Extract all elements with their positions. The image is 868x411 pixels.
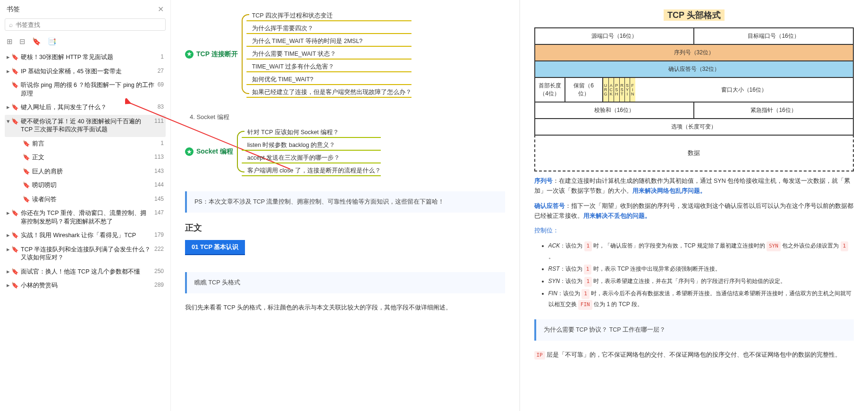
tcp-header-table: 源端口号（16位）目标端口号（16位） 序列号（32位） 确认应答号（32位） … bbox=[534, 27, 854, 136]
question-box: 为什么需要 TCP 协议？ TCP 工作在哪一层？ bbox=[534, 319, 854, 341]
cell: 序列号（32位） bbox=[535, 45, 853, 60]
def-ack: 确认应答号：指下一次「期望」收到的数据的序列号，发送端收到这个确认应答以后可以认… bbox=[534, 201, 854, 222]
bookmark-sidebar: 书签 ✕ ⌕ ⊞ ⊟ 🔖 📑 ▸🔖硬核！30张图解 HTTP 常见面试题1▸🔖I… bbox=[0, 0, 171, 411]
bookmark-item[interactable]: 🔖读者问答145 bbox=[5, 193, 166, 207]
cell: 紧急指针（16位） bbox=[693, 103, 853, 118]
flag-cell: RST bbox=[619, 78, 625, 102]
bookmark-item[interactable]: ▸🔖你还在为 TCP 重传、滑动窗口、流量控制、拥塞控制发愁吗？看完图解就不愁了… bbox=[5, 206, 166, 229]
collapse-icon[interactable]: ⊟ bbox=[19, 37, 25, 46]
bookmark-item[interactable]: ▸🔖键入网址后，其间发生了什么？83 bbox=[5, 101, 166, 115]
note-box: 瞧瞧 TCP 头格式 bbox=[185, 272, 505, 293]
flag-cell: SYI bbox=[624, 78, 630, 102]
cell: 窗口大小（16位） bbox=[635, 78, 853, 102]
bookmark-item[interactable]: ▸🔖实战！我用 Wireshark 让你「看得见」TCP179 bbox=[5, 229, 166, 243]
bookmark-item[interactable]: ▸🔖面试官：换人！他连 TCP 这几个参数都不懂250 bbox=[5, 265, 166, 279]
sidebar-toolbar: ⊞ ⊟ 🔖 📑 bbox=[0, 34, 170, 51]
bookmark-item[interactable]: ▾🔖硬不硬你说了算！近 40 张图解被问千百遍的 TCP 三次握手和四次挥手面试… bbox=[5, 115, 166, 137]
bookmark-item[interactable]: ▸🔖IP 基础知识全家桶，45 张图一套带走27 bbox=[5, 65, 166, 79]
bookmark-item[interactable]: ▸🔖TCP 半连接队列和全连接队列满了会发生什么？又该如何应对？222 bbox=[5, 243, 166, 265]
cell: 确认应答号（32位） bbox=[535, 61, 853, 77]
cell: 目标端口号（16位） bbox=[693, 28, 853, 44]
mindmap-branch: TCP 四次挥手过程和状态变迁 bbox=[242, 9, 412, 22]
bookmark-item[interactable]: 🔖唠叨唠叨144 bbox=[5, 179, 166, 193]
star-icon: ★ bbox=[185, 147, 194, 156]
flag-cell: ACK bbox=[608, 78, 614, 102]
def-seq: 序列号：在建立连接时由计算机生成的随机数作为其初始值，通过 SYN 包传给接收端… bbox=[534, 176, 854, 197]
cell: 选项（长度可变） bbox=[535, 119, 853, 135]
note-box: PS：本次文章不涉及 TCP 流量控制、拥塞控制、可靠性传输等方面知识，这些留在… bbox=[185, 191, 505, 213]
flag-cell: FIN bbox=[630, 78, 635, 102]
tcp-header-title: TCP 头部格式 bbox=[534, 9, 854, 21]
cell: 首部长度（4位） bbox=[535, 78, 565, 102]
mindmap-socket: ★Socket 编程 针对 TCP 应该如何 Socket 编程？listen … bbox=[185, 126, 505, 177]
cell: 源端口号（16位） bbox=[535, 28, 694, 44]
mindmap-branch: 为什么挥手需要四次？ bbox=[242, 22, 412, 35]
section-heading: 4. Socket 编程 bbox=[190, 113, 505, 121]
sidebar-title: 书签 bbox=[7, 5, 20, 14]
mindmap-branch: 如果已经建立了连接，但是客户端突然出现故障了怎么办？ bbox=[242, 86, 412, 99]
bookmark-list: ▸🔖硬核！30张图解 HTTP 常见面试题1▸🔖IP 基础知识全家桶，45 张图… bbox=[0, 51, 170, 411]
star-icon: ★ bbox=[185, 50, 194, 59]
close-icon[interactable]: ✕ bbox=[158, 5, 164, 14]
mindmap-branch: 为什么需要 TIME_WAIT 状态？ bbox=[242, 48, 412, 60]
flag-cell: URG bbox=[602, 78, 608, 102]
search-input-wrap[interactable]: ⌕ bbox=[5, 18, 166, 31]
def-ctrl: 控制位： bbox=[534, 226, 854, 236]
paragraph: 我们先来看看 TCP 头的格式，标注颜色的表示与本文关联比较大的字段，其他字段不… bbox=[185, 303, 505, 313]
mindmap-branch: 为什么 TIME_WAIT 等待的时间是 2MSL? bbox=[242, 35, 412, 48]
bookmark-item[interactable]: ▸🔖小林的赞赏码289 bbox=[5, 279, 166, 293]
content-area: ★TCP 连接断开 TCP 四次挥手过程和状态变迁为什么挥手需要四次？为什么 T… bbox=[171, 0, 868, 411]
bookmark-item[interactable]: ▸🔖硬核！30张图解 HTTP 常见面试题1 bbox=[5, 51, 166, 65]
cell: 保留（6位） bbox=[565, 78, 602, 102]
section-bar: 01 TCP 基本认识 bbox=[185, 240, 245, 255]
mindmap-branch: TIME_WAIT 过多有什么危害？ bbox=[242, 60, 412, 73]
mindmap-branch: 客户端调用 close 了，连接是断开的流程是什么？ bbox=[237, 164, 381, 177]
mindmap-branch: listen 时候参数 backlog 的意义？ bbox=[237, 139, 381, 152]
bookmark-item[interactable]: 🔖巨人的肩膀143 bbox=[5, 165, 166, 179]
mindmap-branch: accept 发送在三次握手的哪一步？ bbox=[237, 152, 381, 164]
expand-icon[interactable]: ⊞ bbox=[7, 37, 13, 46]
cell: 校验和（16位） bbox=[535, 103, 694, 118]
mindmap-root-label: TCP 连接断开 bbox=[196, 50, 238, 59]
mindmap-root-label: Socket 编程 bbox=[196, 147, 233, 156]
search-input[interactable] bbox=[16, 21, 161, 28]
bookmark-icon[interactable]: 🔖 bbox=[32, 37, 41, 46]
flag-cell: PSH bbox=[614, 78, 619, 102]
mindmap-tcp-disconnect: ★TCP 连接断开 TCP 四次挥手过程和状态变迁为什么挥手需要四次？为什么 T… bbox=[185, 9, 505, 99]
bookmark-item[interactable]: 🔖前言1 bbox=[5, 137, 166, 151]
mindmap-branch: 如何优化 TIME_WAIT? bbox=[242, 73, 412, 86]
heading-main: 正文 bbox=[185, 222, 505, 233]
bookmark-item[interactable]: 🔖正文113 bbox=[5, 151, 166, 165]
paragraph: IP 层是「不可靠」的，它不保证网络包的交付、不保证网络包的按序交付、也不保证网… bbox=[534, 350, 854, 360]
search-icon: ⌕ bbox=[9, 21, 13, 28]
left-column: ★TCP 连接断开 TCP 四次挥手过程和状态变迁为什么挥手需要四次？为什么 T… bbox=[171, 0, 519, 411]
cell-data: 数据 bbox=[534, 135, 854, 171]
bookmark-item[interactable]: 🔖听说你 ping 用的很 6 ？给我图解一下 ping 的工作原理69 bbox=[5, 78, 166, 101]
bookmark-outline-icon[interactable]: 📑 bbox=[48, 37, 57, 46]
mindmap-branch: 针对 TCP 应该如何 Socket 编程？ bbox=[237, 126, 381, 139]
flag-defs: ACK：该位为 1 时，「确认应答」的字段变为有效，TCP 规定除了最初建立连接… bbox=[534, 240, 854, 309]
right-column: TCP 头部格式 源端口号（16位）目标端口号（16位） 序列号（32位） 确认… bbox=[519, 0, 868, 411]
